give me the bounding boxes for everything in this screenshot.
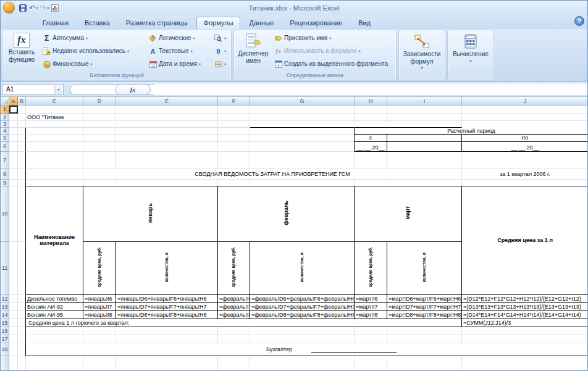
column-header[interactable]: F [218, 97, 250, 106]
recently-used-button[interactable]: Недавно использовались ▾ [41, 45, 145, 57]
cell-month-header[interactable]: март [355, 186, 462, 242]
name-box[interactable]: A1 ▾ [2, 84, 64, 95]
row-header[interactable]: 11 [1, 242, 9, 295]
cell-sub-header[interactable]: количество, л [387, 242, 462, 295]
more-functions-button[interactable]: ▾ [212, 58, 229, 70]
row-header[interactable]: 1 [1, 106, 9, 114]
row-header[interactable]: 10 [1, 186, 9, 242]
date-time-button[interactable]: Дата и время ▾ [147, 58, 210, 70]
selected-cell-a1[interactable] [9, 106, 18, 114]
cell-formula[interactable]: =(D13*E13+F13*G13+H13*I13)/(E13+G13+I13) [462, 303, 587, 311]
tab-page-layout[interactable]: Разметка страницы [119, 17, 195, 29]
lookup-reference-button[interactable]: ▾ [212, 32, 229, 44]
row-header[interactable]: 3 [1, 121, 9, 128]
logical-button[interactable]: ? Логические ▾ [147, 32, 210, 44]
tab-review[interactable]: Рецензирование [282, 17, 350, 29]
cell-formula[interactable]: =январь!I8 [83, 311, 116, 319]
cell-name-header[interactable]: Наименование материала [26, 186, 83, 295]
column-header[interactable]: H [355, 97, 387, 106]
cell-formula[interactable]: =январь!D6+январь!F6+январь!H6 [116, 295, 218, 303]
use-in-formula-button[interactable]: fx Использовать в формуле ▾ [272, 45, 393, 57]
column-header[interactable]: I [387, 97, 462, 106]
redo-button[interactable]: ↷ ▾ [40, 4, 49, 12]
row-header[interactable]: 2 [1, 114, 9, 121]
cell-sub-header[interactable]: количество, л [116, 242, 218, 295]
row-header[interactable]: 9 [1, 180, 9, 186]
cell-formula[interactable]: =январь!D8+январь!F8+январь!H8 [116, 311, 218, 319]
cell-period-to[interactable]: по [462, 135, 587, 141]
column-header[interactable]: B [18, 97, 26, 106]
cell-month-header[interactable]: февраль [218, 186, 355, 242]
cell-formula[interactable]: =март!D8+март!F8+март!H8 [387, 311, 462, 319]
column-header[interactable]: E [116, 97, 218, 106]
row-header[interactable]: 15 [1, 319, 9, 327]
help-button[interactable]: ? [574, 16, 584, 26]
insert-function-fx-button[interactable]: fx [115, 84, 151, 95]
row-header[interactable]: 12 [1, 295, 9, 303]
row-header[interactable]: 5 [1, 135, 9, 141]
cell-formula[interactable]: =февраль!D7+февраль!F7+февраль!H7 [250, 303, 355, 311]
formula-auditing-button[interactable]: Зависимости формул ▾ [399, 30, 445, 80]
cell-month-header[interactable]: январь [83, 186, 218, 242]
row-header[interactable]: 17 [1, 335, 9, 343]
cell-formula[interactable]: =январь!D7+январь!F7+январь!H7 [116, 303, 218, 311]
cell-signature[interactable]: Бухгалтер [26, 343, 587, 356]
column-header[interactable]: C [26, 97, 83, 106]
cell-formula[interactable]: =март!I6 [355, 295, 387, 303]
define-name-button[interactable]: Присвоить имя ▾ [272, 32, 393, 44]
cell-company[interactable]: ООО "Титаник [26, 114, 83, 121]
cell-sub-header[interactable]: средняя цена, руб. [83, 242, 116, 295]
cell-formula[interactable]: =март!D6+март!F6+март!H6 [387, 295, 462, 303]
cell-formula[interactable]: =февраль!D6+февраль!F6+февраль!H6 [250, 295, 355, 303]
tab-formulas[interactable]: Формулы [196, 17, 241, 29]
spreadsheet-grid[interactable]: A B C D E F G H I J 1 2 ООО "Титаник [1, 97, 587, 370]
cell-formula[interactable]: =февраль!D8+февраль!F8+февраль!H8 [250, 311, 355, 319]
row-header[interactable]: 7 [1, 152, 9, 169]
tab-view[interactable]: Вид [351, 17, 378, 29]
cell-material-name[interactable]: Бензин АИ-95 [26, 311, 83, 319]
cell-formula[interactable]: =февраль!I8 [218, 311, 250, 319]
cell-formula[interactable]: =(D14*E14+F14*G14+H14*I14)/(E14+G14+I14) [462, 311, 587, 319]
cell-formula[interactable]: =февраль!I6 [218, 295, 250, 303]
cell-doc-period[interactable]: за 1 квартал 2006 г. [462, 169, 587, 180]
cell-formula[interactable]: =март!I8 [355, 311, 387, 319]
row-header[interactable]: 8 [1, 169, 9, 180]
row-header[interactable]: 14 [1, 311, 9, 319]
row-header[interactable]: 6 [1, 142, 9, 152]
cell-doc-title[interactable]: СВОДНАЯ ВЕДОМОСТЬ ЗАТРАТ НА ПРИОБРЕТЕНИЕ… [83, 169, 462, 180]
create-from-selection-button[interactable]: Создать из выделенного фрагмента [272, 58, 393, 70]
financial-button[interactable]: Финансовые ▾ [41, 58, 145, 70]
row-header[interactable]: 18 [1, 343, 9, 356]
cell-formula[interactable]: =январь!I6 [83, 295, 116, 303]
undo-button[interactable]: ↶ ▾ [29, 4, 38, 12]
row-header[interactable]: 13 [1, 303, 9, 311]
cell-period-date-to[interactable]: __.__.20__ [462, 142, 587, 152]
cell-material-name[interactable]: Дизельное топливо [26, 295, 83, 303]
cell-formula[interactable]: =(D12*E12+F12*G12+H12*I12)/(E12+G12+I12) [462, 295, 587, 303]
math-trig-button[interactable]: θ ▾ [212, 45, 229, 57]
cell-sub-header[interactable]: средняя цена, руб. [218, 242, 250, 295]
cell-period-from[interactable]: с [355, 135, 387, 141]
calculation-button[interactable]: Вычисление ▾ [448, 30, 494, 80]
insert-function-button[interactable]: fx Вставить функцию [4, 31, 40, 71]
tab-data[interactable]: Данные [242, 17, 281, 29]
office-button[interactable] [3, 2, 15, 14]
cell-formula[interactable]: =март!D7+март!F7+март!H7 [387, 303, 462, 311]
cell-period-title[interactable]: Расчетный период [355, 128, 587, 135]
formula-input[interactable] [154, 84, 587, 95]
column-header[interactable]: D [83, 97, 116, 106]
cell-formula[interactable]: =январь!I7 [83, 303, 116, 311]
cell-sub-header[interactable]: количество, л [250, 242, 355, 295]
cell-footer-formula[interactable]: =СУММ(J12:J14)/3 [462, 319, 587, 327]
select-all-button[interactable] [1, 97, 9, 106]
cell-formula[interactable]: =март!I7 [355, 303, 387, 311]
column-header[interactable]: G [250, 97, 355, 106]
chart-button[interactable] [51, 4, 59, 12]
autosum-button[interactable]: Σ Автосумма ▾ [41, 32, 145, 44]
cell-material-name[interactable]: Бензин АИ-92 [26, 303, 83, 311]
tab-home[interactable]: Главная [35, 17, 76, 29]
name-box-dropdown-icon[interactable]: ▾ [54, 85, 62, 94]
name-manager-button[interactable]: Диспетчер имен [235, 31, 271, 71]
column-header[interactable]: A [9, 97, 18, 106]
column-header[interactable]: J [462, 97, 587, 106]
